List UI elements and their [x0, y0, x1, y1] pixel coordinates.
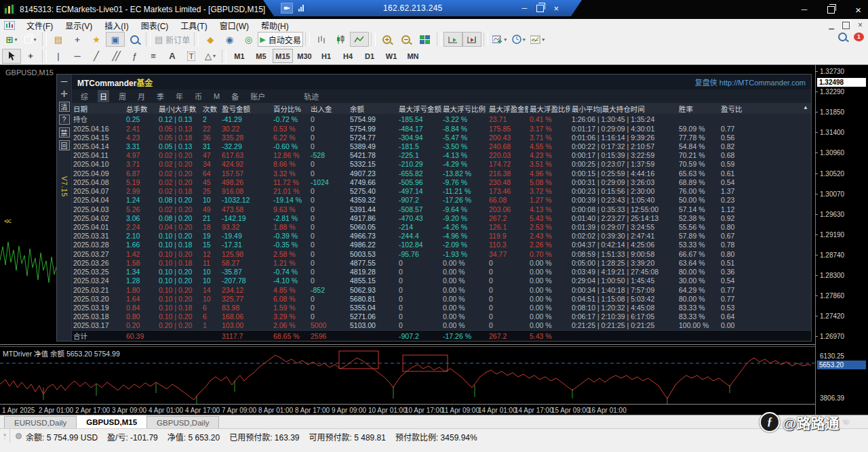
- table-row[interactable]: 2025.04.154.230.05 | 0.1836335.286.22 %0…: [72, 133, 811, 142]
- timeframe-button-m15[interactable]: M15: [273, 49, 293, 63]
- menu-窗口[interactable]: 窗口(W): [214, 19, 255, 31]
- table-row[interactable]: 2025.03.281.660.10 | 0.1815-17.31-0.35 %…: [72, 241, 811, 249]
- navigator-button[interactable]: ★: [87, 32, 106, 47]
- table-row[interactable]: 2025.03.201.640.10 | 0.2010325.776.08 %0…: [72, 294, 811, 303]
- signals-icon[interactable]: ◎: [239, 32, 258, 47]
- chart-shift-button[interactable]: [462, 32, 481, 47]
- panel-tab-年[interactable]: 年: [174, 90, 185, 102]
- zoom-out-button[interactable]: −: [397, 32, 416, 47]
- table-row[interactable]: 2025.04.143.310.05 | 0.1331-32.29-0.60 %…: [72, 142, 811, 150]
- column-header[interactable]: 日期: [72, 104, 125, 114]
- pin-icon[interactable]: [281, 3, 293, 14]
- community-icon[interactable]: ◉: [220, 32, 239, 47]
- table-row[interactable]: 2025.03.180.800.10 | 0.206168.063.29 %05…: [72, 312, 811, 321]
- templates-button[interactable]: ▾: [528, 32, 547, 47]
- column-header[interactable]: 最大浮盈比例: [528, 104, 570, 114]
- panel-forbid-icon[interactable]: 禁: [59, 127, 70, 138]
- table-row[interactable]: 2025.04.012.240.04 | 0.201893.321.88 %05…: [72, 222, 811, 231]
- table-row[interactable]: 持仓0.250.12 | 0.132-41.29-0.72 %05754.99-…: [72, 114, 811, 124]
- history-scroll-chevrons[interactable]: <<: [4, 217, 10, 225]
- panel-tab-日[interactable]: 日: [98, 90, 109, 102]
- indicators-button[interactable]: ▾: [490, 32, 509, 47]
- tile-windows-button[interactable]: [416, 32, 435, 47]
- crosshair-tool-button[interactable]: +: [21, 49, 40, 64]
- table-row[interactable]: 2025.03.170.200.20 | 0.201103.002.06 %50…: [72, 321, 811, 330]
- column-header[interactable]: 盈亏比: [719, 104, 811, 114]
- timeframe-button-mn[interactable]: MN: [403, 49, 423, 63]
- panel-restore-icon[interactable]: 回: [59, 140, 70, 150]
- table-row[interactable]: 2025.04.162.410.05 | 0.132230.220.53 %05…: [72, 124, 811, 133]
- table-row[interactable]: 2025.04.114.970.02 | 0.2047617.6312.86 %…: [72, 151, 811, 160]
- panel-minimize-icon[interactable]: －: [59, 76, 70, 86]
- equity-subwindow[interactable]: MTDriver 净值 余额 5653.20 5754.99: [0, 347, 815, 404]
- terminal-button[interactable]: ▣: [106, 32, 125, 47]
- panel-tab-周[interactable]: 周: [117, 90, 128, 102]
- market-watch-button[interactable]: ▤: [49, 32, 68, 47]
- menu-图表[interactable]: 图表(C): [135, 19, 175, 31]
- mdi-close-button[interactable]: ×: [858, 20, 863, 30]
- text-label-tool-button[interactable]: T: [182, 49, 201, 64]
- timeframe-button-m1[interactable]: M1: [229, 49, 250, 63]
- timeframe-button-m5[interactable]: M5: [251, 49, 271, 63]
- data-window-button[interactable]: +: [68, 32, 87, 47]
- arrows-tool-button[interactable]: △▾: [201, 49, 220, 64]
- bar-chart-type-button[interactable]: [312, 32, 331, 47]
- panel-move-icon[interactable]: ✛: [59, 89, 70, 99]
- expert-advisors-icon[interactable]: ◆: [201, 32, 220, 47]
- column-header[interactable]: 出入金: [309, 104, 349, 114]
- zoom-in-button[interactable]: +: [378, 32, 397, 47]
- table-row[interactable]: 2025.04.035.260.02 | 0.2049473.589.63 %0…: [72, 205, 811, 213]
- panel-clear-icon[interactable]: 清: [59, 102, 70, 112]
- candlestick-chart-type-button[interactable]: [331, 32, 350, 47]
- window-restore-button[interactable]: [827, 6, 835, 14]
- channel-tool-button[interactable]: ╱╱: [106, 49, 125, 64]
- table-row[interactable]: 2025.03.241.280.10 | 0.2010-207.78-4.10 …: [72, 276, 811, 285]
- periods-button[interactable]: ▾: [509, 32, 528, 47]
- table-row[interactable]: 2025.03.261.580.10 | 0.181158.271.21 %04…: [72, 258, 811, 267]
- panel-tab-账户[interactable]: 账户: [248, 90, 267, 102]
- menu-插入[interactable]: 插入(I): [98, 19, 134, 31]
- profiles-button[interactable]: ▾: [21, 32, 40, 47]
- window-close-button[interactable]: ×: [855, 4, 861, 16]
- column-header[interactable]: 百分比%: [272, 104, 309, 114]
- new-chart-button[interactable]: ⊞▾: [2, 32, 21, 47]
- cursor-tool-button[interactable]: [2, 49, 21, 64]
- panel-tab-备[interactable]: 备: [229, 90, 241, 102]
- mdi-restore-button[interactable]: [842, 22, 850, 29]
- chart-area[interactable]: GBPUSD,M15 << －✛清?禁回V7.15 MTCommander基金 …: [0, 64, 868, 415]
- text-tool-button[interactable]: A: [163, 49, 182, 64]
- column-header[interactable]: 总手数: [125, 104, 157, 114]
- statusbar-close-icon[interactable]: ×⋮: [0, 429, 10, 443]
- menu-显示[interactable]: 显示(V): [59, 19, 98, 31]
- chart-tab-EURUSDDaily[interactable]: EURUSD,Daily: [4, 416, 77, 429]
- column-header[interactable]: 最小平均|最大持仓时间: [570, 104, 677, 114]
- menu-文件[interactable]: 文件(F): [20, 19, 59, 31]
- table-row[interactable]: 2025.03.271.420.10 | 0.2012125.982.58 %0…: [72, 249, 811, 258]
- window-minimize-button[interactable]: ─: [802, 5, 808, 14]
- table-row[interactable]: 2025.04.023.060.08 | 0.2021-142.19-2.81 …: [72, 213, 811, 222]
- autotrading-button[interactable]: ▶ 自动交易: [258, 32, 302, 47]
- rdp-restore-button[interactable]: [536, 5, 544, 12]
- panel-brand-link[interactable]: 复盘侠 http://MTCommander.com: [695, 77, 806, 87]
- new-order-button[interactable]: ▤新订单: [153, 32, 192, 47]
- column-header[interactable]: 最大浮盈金额: [488, 104, 528, 114]
- table-row[interactable]: 2025.04.085.190.02 | 0.2045498.2611.72 %…: [72, 178, 811, 186]
- panel-tab-综[interactable]: 综: [79, 90, 90, 102]
- horizontal-line-tool-button[interactable]: ─: [68, 49, 87, 64]
- column-header[interactable]: 次数: [201, 104, 220, 114]
- table-total-row[interactable]: 合计60.393117.768.65 %2596-907.2-17.26 %26…: [72, 330, 811, 341]
- column-header[interactable]: 最大浮亏比例: [441, 104, 488, 114]
- menu-工具[interactable]: 工具(T): [174, 19, 213, 31]
- panel-tab-季[interactable]: 季: [155, 90, 166, 102]
- price-scale[interactable]: 1.32498 6130.25 5653.20 3806.39 1.327301…: [815, 65, 868, 415]
- panel-titlebar[interactable]: MTCommander基金 复盘侠 http://MTCommander.com: [72, 75, 811, 89]
- timeframe-button-h1[interactable]: H1: [316, 49, 336, 63]
- search-icon[interactable]: [838, 33, 847, 41]
- notifications-icon[interactable]: 1: [854, 33, 864, 41]
- chart-tab-GBPUSDDaily[interactable]: GBPUSD,Daily: [146, 416, 219, 429]
- column-header[interactable]: 最大浮亏金额: [397, 104, 441, 114]
- column-header[interactable]: 余额: [349, 104, 397, 114]
- panel-tab-币[interactable]: 币: [193, 90, 204, 102]
- panel-tab-月[interactable]: 月: [136, 90, 147, 102]
- sort-arrow-icon[interactable]: ▲: [803, 104, 808, 110]
